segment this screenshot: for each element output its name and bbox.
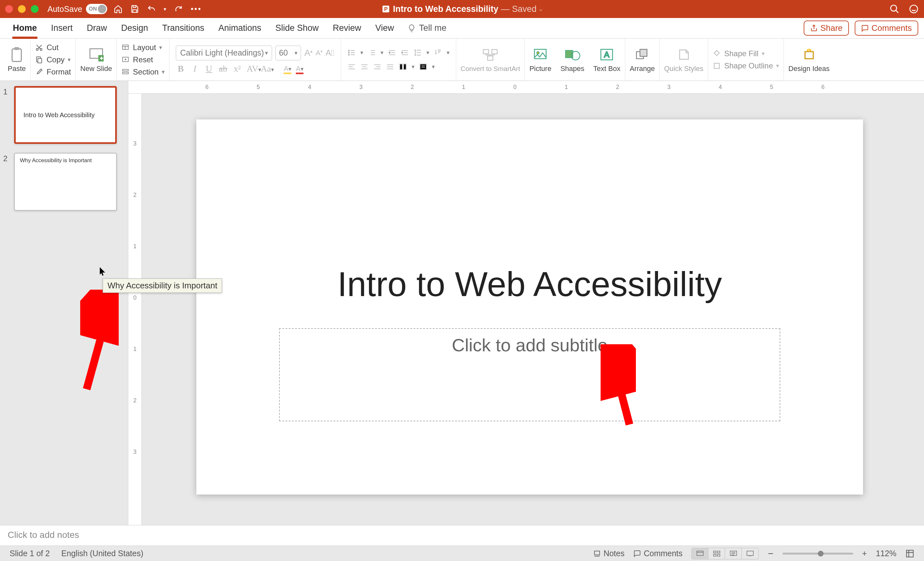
copy-button[interactable]: Copy▾ <box>35 54 71 65</box>
title-chevron-icon[interactable]: ⌵ <box>539 6 543 12</box>
tab-insert[interactable]: Insert <box>44 18 80 38</box>
text-box-button[interactable]: AText Box <box>593 47 620 73</box>
undo-chevron-icon[interactable]: ▾ <box>164 6 166 12</box>
save-icon[interactable] <box>130 5 139 14</box>
underline-button[interactable]: U <box>204 63 214 74</box>
italic-button[interactable]: I <box>190 63 200 74</box>
minimize-window-icon[interactable] <box>18 5 26 13</box>
tab-view[interactable]: View <box>368 18 401 38</box>
slide-canvas-area: 6 5 4 3 2 1 0 1 2 3 4 5 6 3 2 1 0 1 2 3 … <box>128 81 924 525</box>
decrease-indent-button[interactable] <box>388 48 396 57</box>
svg-text:A: A <box>604 50 610 59</box>
svg-rect-33 <box>805 51 813 59</box>
home-icon[interactable] <box>114 5 123 14</box>
convert-smartart-button[interactable]: Convert to SmartArt <box>461 47 520 72</box>
change-case-button[interactable]: Aa▾ <box>261 63 270 74</box>
columns-button[interactable] <box>399 63 407 71</box>
bold-button[interactable]: B <box>176 63 186 74</box>
thumb-title: Intro to Web Accessibility <box>23 111 94 119</box>
autosave-toggle[interactable]: ON <box>86 4 107 14</box>
line-spacing-button[interactable] <box>414 48 422 57</box>
shape-outline-button[interactable]: Shape Outline▾ <box>712 61 779 71</box>
align-text-button[interactable] <box>419 63 428 71</box>
comments-toggle[interactable]: Comments <box>633 549 682 558</box>
tab-animations[interactable]: Animations <box>212 18 268 38</box>
tab-design[interactable]: Design <box>114 18 155 38</box>
language-status[interactable]: English (United States) <box>61 549 143 558</box>
maximize-window-icon[interactable] <box>31 5 39 13</box>
slideshow-view-button[interactable] <box>742 548 759 559</box>
strikethrough-button[interactable]: ab <box>218 63 228 74</box>
document-title-group: P Intro to Web Accessibility — Saved ⌵ <box>381 4 543 14</box>
redo-icon[interactable] <box>174 5 183 14</box>
slide-thumbnail-1[interactable]: Intro to Web Accessibility <box>14 86 117 144</box>
align-right-button[interactable] <box>373 63 381 71</box>
svg-rect-24 <box>534 49 546 59</box>
tab-review[interactable]: Review <box>326 18 368 38</box>
increase-font-icon[interactable]: A▴ <box>304 48 312 58</box>
quick-styles-button[interactable]: Quick Styles <box>664 47 703 73</box>
svg-point-2 <box>891 5 897 11</box>
fit-to-window-button[interactable] <box>905 549 914 558</box>
font-size-select[interactable]: 60▾ <box>275 46 301 60</box>
zoom-in-button[interactable]: + <box>862 549 867 558</box>
comments-button[interactable]: Comments <box>855 21 918 36</box>
sorter-view-button[interactable] <box>708 548 725 559</box>
cut-button[interactable]: Cut <box>35 42 71 53</box>
slide-thumbnail-2[interactable]: Why Accessibility is Important <box>14 153 117 211</box>
tab-home[interactable]: Home <box>6 18 44 38</box>
layout-button[interactable]: Layout▾ <box>121 42 165 53</box>
share-button[interactable]: Share <box>804 21 849 36</box>
svg-rect-31 <box>640 49 647 56</box>
design-ideas-button[interactable]: Design Ideas <box>788 47 830 73</box>
normal-view-button[interactable] <box>692 548 708 559</box>
shape-fill-button[interactable]: Shape Fill▾ <box>712 48 779 59</box>
format-painter-button[interactable]: Format <box>35 67 71 77</box>
font-name-select[interactable]: Calibri Light (Headings)▾ <box>176 46 272 60</box>
picture-button[interactable]: Picture <box>530 47 551 73</box>
tab-slideshow[interactable]: Slide Show <box>268 18 326 38</box>
svg-rect-8 <box>38 59 42 63</box>
highlight-color-button[interactable]: A▾ <box>284 65 291 73</box>
numbering-button[interactable] <box>368 48 376 57</box>
decrease-font-icon[interactable]: A▾ <box>316 49 322 57</box>
share-icon <box>810 24 818 32</box>
slide-subtitle-placeholder[interactable]: Click to add subtitle <box>279 328 780 421</box>
zoom-out-button[interactable]: − <box>768 548 774 559</box>
notes-toggle[interactable]: Notes <box>593 549 624 558</box>
svg-rect-13 <box>123 69 128 71</box>
slide-canvas[interactable]: Intro to Web Accessibility Click to add … <box>196 119 863 495</box>
document-status: — Saved <box>501 4 536 14</box>
close-window-icon[interactable] <box>5 5 13 13</box>
new-slide-button[interactable]: New Slide <box>80 47 112 73</box>
search-icon[interactable] <box>890 4 900 14</box>
increase-indent-button[interactable] <box>401 48 409 57</box>
text-direction-button[interactable] <box>434 48 442 57</box>
tab-draw[interactable]: Draw <box>80 18 114 38</box>
smiley-icon[interactable] <box>909 4 919 14</box>
slide-position[interactable]: Slide 1 of 2 <box>10 549 50 558</box>
more-icon[interactable]: ••• <box>190 5 201 14</box>
align-center-button[interactable] <box>360 63 369 71</box>
slide-title-placeholder[interactable]: Intro to Web Accessibility <box>196 264 863 304</box>
zoom-slider[interactable] <box>783 553 853 555</box>
arrange-button[interactable]: Arrange <box>630 47 655 73</box>
tell-me-search[interactable]: Tell me <box>401 23 447 33</box>
notes-pane[interactable]: Click to add notes <box>0 525 924 546</box>
font-color-button[interactable]: A▾ <box>296 65 303 73</box>
reset-button[interactable]: Reset <box>121 54 165 65</box>
reading-view-button[interactable] <box>725 548 742 559</box>
section-button[interactable]: Section▾ <box>121 67 165 77</box>
undo-icon[interactable] <box>147 5 156 14</box>
align-justify-button[interactable] <box>386 63 394 71</box>
shadow-button[interactable]: AV▾ <box>246 63 256 74</box>
zoom-level[interactable]: 112% <box>876 549 896 558</box>
shapes-button[interactable]: Shapes <box>561 47 585 73</box>
paste-button[interactable]: Paste <box>8 47 26 73</box>
align-left-button[interactable] <box>348 63 356 71</box>
clear-format-icon[interactable]: A⃠ <box>326 48 334 58</box>
superscript-button[interactable]: x² <box>232 63 242 74</box>
bullets-button[interactable] <box>348 48 356 57</box>
tab-transitions[interactable]: Transitions <box>155 18 212 38</box>
autosave-toggle-group: AutoSave ON <box>48 4 107 14</box>
